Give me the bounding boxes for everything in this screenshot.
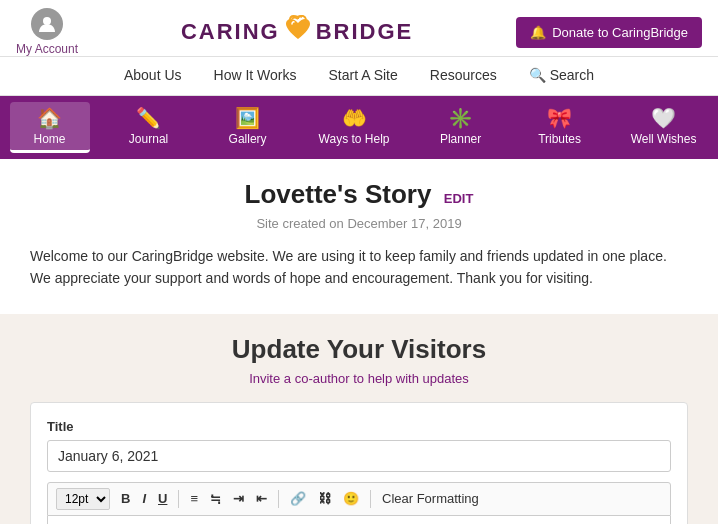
avatar-icon <box>31 8 63 40</box>
subnav-gallery[interactable]: 🖼️ Gallery <box>208 102 288 153</box>
nav-how-it-works[interactable]: How It Works <box>214 67 297 83</box>
title-field-label: Title <box>47 419 671 434</box>
underline-button[interactable]: U <box>153 488 172 509</box>
subnav-ways-to-help[interactable]: 🤲 Ways to Help <box>307 102 402 153</box>
top-bar: My Account CARING BRIDGE 🔔 <box>0 0 718 57</box>
nav-search[interactable]: 🔍 Search <box>529 67 594 83</box>
gallery-icon: 🖼️ <box>235 106 260 130</box>
sub-nav: 🏠 Home ✏️ Journal 🖼️ Gallery 🤲 Ways to H… <box>0 96 718 159</box>
update-section: Update Your Visitors Invite a co-author … <box>0 314 718 524</box>
subnav-tributes[interactable]: 🎀 Tributes <box>520 102 600 153</box>
subnav-home[interactable]: 🏠 Home <box>10 102 90 153</box>
logo-right: BRIDGE <box>316 19 414 45</box>
toolbar-separator-1 <box>178 490 179 508</box>
donate-label: Donate to CaringBridge <box>552 25 688 40</box>
nav-about-us[interactable]: About Us <box>124 67 182 83</box>
outdent-button[interactable]: ⇤ <box>251 488 272 509</box>
site-created-date: Site created on December 17, 2019 <box>30 216 688 231</box>
indent-button[interactable]: ⇥ <box>228 488 249 509</box>
bold-button[interactable]: B <box>116 488 135 509</box>
editor-toolbar: 12pt B I U ≡ ≒ ⇥ ⇤ 🔗 ⛓ 🙂 Clear Formattin… <box>47 482 671 516</box>
journal-icon: ✏️ <box>136 106 161 130</box>
donate-icon: 🔔 <box>530 25 546 40</box>
content-area: Lovette's Story EDIT Site created on Dec… <box>0 159 718 314</box>
numbered-list-button[interactable]: ≒ <box>205 488 226 509</box>
title-input[interactable] <box>47 440 671 472</box>
tributes-icon: 🎀 <box>547 106 572 130</box>
bullet-list-button[interactable]: ≡ <box>185 488 203 509</box>
edit-link[interactable]: EDIT <box>444 191 474 206</box>
search-icon: 🔍 <box>529 67 546 83</box>
nav-start-a-site[interactable]: Start A Site <box>329 67 398 83</box>
home-icon: 🏠 <box>37 106 62 130</box>
update-title: Update Your Visitors <box>30 334 688 365</box>
my-account-link[interactable]: My Account <box>16 8 78 56</box>
subnav-planner[interactable]: ✳️ Planner <box>421 102 501 153</box>
svg-point-0 <box>43 17 51 25</box>
story-title: Lovette's Story <box>245 179 432 209</box>
invite-coauthor-link[interactable]: Invite a co-author to help with updates <box>30 371 688 386</box>
subnav-well-wishes[interactable]: 🤍 Well Wishes <box>619 102 709 153</box>
clear-formatting-button[interactable]: Clear Formatting <box>377 488 484 509</box>
donate-button[interactable]: 🔔 Donate to CaringBridge <box>516 17 702 48</box>
link-button[interactable]: 🔗 <box>285 488 311 509</box>
toolbar-separator-2 <box>278 490 279 508</box>
ways-to-help-icon: 🤲 <box>342 106 367 130</box>
font-size-select[interactable]: 12pt <box>56 488 110 510</box>
logo-text: CARING BRIDGE <box>181 15 413 49</box>
subnav-journal[interactable]: ✏️ Journal <box>109 102 189 153</box>
editor-card: Title 12pt B I U ≡ ≒ ⇥ ⇤ 🔗 ⛓ 🙂 Clear For… <box>30 402 688 524</box>
unlink-button[interactable]: ⛓ <box>313 488 336 509</box>
well-wishes-icon: 🤍 <box>651 106 676 130</box>
logo: CARING BRIDGE <box>181 15 413 49</box>
toolbar-separator-3 <box>370 490 371 508</box>
logo-left: CARING <box>181 19 280 45</box>
planner-icon: ✳️ <box>448 106 473 130</box>
emoji-button[interactable]: 🙂 <box>338 488 364 509</box>
editor-body[interactable] <box>47 516 671 524</box>
story-body: Welcome to our CaringBridge website. We … <box>30 245 688 290</box>
my-account-label: My Account <box>16 42 78 56</box>
main-nav: About Us How It Works Start A Site Resou… <box>0 57 718 96</box>
italic-button[interactable]: I <box>137 488 151 509</box>
logo-heart-icon <box>282 15 314 49</box>
nav-resources[interactable]: Resources <box>430 67 497 83</box>
